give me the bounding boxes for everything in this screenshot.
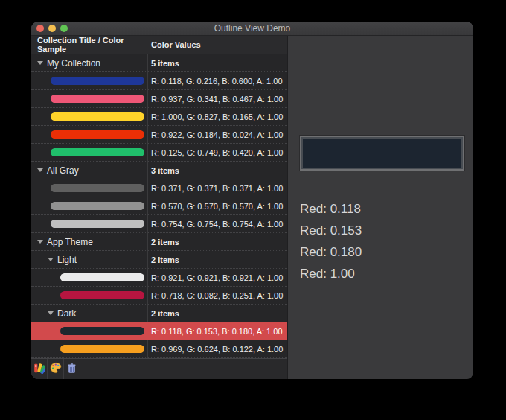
color-values-cell: R: 1.000, G: 0.827, B: 0.165, A: 1.00	[147, 112, 287, 121]
column-header: Collection Title / Color Sample Color Va…	[31, 36, 287, 54]
title-cell	[31, 197, 147, 214]
titlebar[interactable]: Outline View Demo	[31, 22, 473, 36]
outline-group-row[interactable]: Dark2 items	[31, 305, 287, 322]
outline-color-row[interactable]: R: 0.570, G: 0.570, B: 0.570, A: 1.00	[31, 197, 287, 215]
color-values-cell: R: 0.937, G: 0.341, B: 0.467, A: 1.00	[147, 95, 287, 104]
color-values-cell: R: 0.570, G: 0.570, B: 0.570, A: 1.00	[147, 202, 287, 211]
color-swatch-pill	[51, 95, 144, 103]
title-cell	[31, 108, 147, 125]
color-swatch-pill	[51, 184, 144, 192]
title-cell	[31, 179, 147, 197]
title-cell	[31, 269, 147, 286]
color-component-labels: Red: 0.118 Red: 0.153 Red: 0.180 Red: 1.…	[300, 198, 362, 284]
color-swatch-pill	[51, 202, 144, 210]
red-value-label: Red: 0.118	[300, 198, 362, 220]
swatches-icon	[33, 362, 45, 376]
color-swatch-pill	[60, 345, 144, 353]
outline-group-row[interactable]: Light2 items	[31, 251, 287, 269]
outline-color-row[interactable]: R: 0.371, G: 0.371, B: 0.371, A: 1.00	[31, 179, 287, 197]
outline-group-row[interactable]: App Theme2 items	[31, 233, 287, 251]
outline-group-row[interactable]: All Gray3 items	[31, 162, 287, 179]
outline-color-row[interactable]: R: 0.125, G: 0.749, B: 0.420, A: 1.00	[31, 144, 287, 162]
color-values-cell: R: 0.118, G: 0.216, B: 0.600, A: 1.00	[147, 77, 287, 86]
color-swatch-pill	[60, 327, 144, 335]
color-swatch-pill	[51, 220, 144, 228]
title-cell	[31, 144, 147, 161]
color-swatch-pill	[60, 273, 144, 281]
color-values-cell: R: 0.969, G: 0.624, B: 0.122, A: 1.00	[147, 345, 287, 354]
group-label: Light	[57, 255, 77, 265]
color-values-cell: R: 0.754, G: 0.754, B: 0.754, A: 1.00	[147, 220, 287, 229]
outline-color-row[interactable]: R: 0.922, G: 0.184, B: 0.024, A: 1.00	[31, 126, 287, 144]
color-values-cell: R: 0.921, G: 0.921, B: 0.921, A: 1.00	[147, 273, 287, 282]
title-cell: Light	[31, 251, 147, 268]
palette-icon	[50, 362, 62, 376]
bottom-toolbar	[31, 358, 287, 379]
title-cell: Dark	[31, 305, 147, 322]
outline-color-row[interactable]: R: 0.718, G: 0.082, B: 0.251, A: 1.00	[31, 287, 287, 305]
disclosure-triangle-icon[interactable]	[37, 61, 43, 65]
outline-rows: My Collection5 itemsR: 0.118, G: 0.216, …	[31, 54, 287, 358]
title-cell	[31, 126, 147, 143]
outline-color-row[interactable]: R: 0.754, G: 0.754, B: 0.754, A: 1.00	[31, 215, 287, 233]
color-values-cell: R: 0.922, G: 0.184, B: 0.024, A: 1.00	[147, 130, 287, 139]
window-title: Outline View Demo	[31, 22, 473, 35]
color-values-cell: R: 0.118, G: 0.153, B: 0.180, A: 1.00	[147, 327, 287, 336]
outline-color-row[interactable]: R: 0.937, G: 0.341, B: 0.467, A: 1.00	[31, 90, 287, 108]
disclosure-triangle-icon[interactable]	[48, 311, 54, 315]
color-values-cell: R: 0.718, G: 0.082, B: 0.251, A: 1.00	[147, 291, 287, 300]
outline-color-row[interactable]: R: 0.118, G: 0.216, B: 0.600, A: 1.00	[31, 72, 287, 90]
color-swatch-pill	[51, 130, 144, 139]
title-cell	[31, 72, 147, 89]
outline-color-row[interactable]: R: 0.921, G: 0.921, B: 0.921, A: 1.00	[31, 269, 287, 287]
color-swatch-pill	[51, 77, 144, 85]
title-cell	[31, 322, 147, 340]
column-header-values[interactable]: Color Values	[147, 36, 287, 54]
title-cell: App Theme	[31, 233, 147, 250]
disclosure-triangle-icon[interactable]	[48, 258, 54, 261]
disclosure-triangle-icon[interactable]	[37, 240, 43, 244]
title-cell	[31, 287, 147, 304]
title-cell: All Gray	[31, 162, 147, 179]
group-label: All Gray	[47, 165, 79, 176]
color-values-cell: 2 items	[147, 309, 287, 318]
trash-icon	[66, 363, 77, 376]
outline-view-panel: Collection Title / Color Sample Color Va…	[31, 36, 288, 379]
detail-panel: Red: 0.118 Red: 0.153 Red: 0.180 Red: 1.…	[288, 36, 473, 379]
alpha-value-label: Red: 1.00	[300, 263, 362, 284]
blue-value-label: Red: 0.180	[300, 241, 362, 263]
group-label: App Theme	[47, 237, 93, 247]
outline-group-row[interactable]: My Collection5 items	[31, 54, 287, 72]
color-values-cell: 2 items	[147, 238, 287, 246]
add-collection-button[interactable]	[31, 359, 48, 379]
split-view: Collection Title / Color Sample Color Va…	[31, 36, 473, 379]
title-cell	[31, 90, 147, 107]
green-value-label: Red: 0.153	[300, 220, 362, 241]
group-label: My Collection	[47, 58, 100, 69]
window: Outline View Demo Collection Title / Col…	[31, 22, 473, 379]
color-swatch-pill	[51, 112, 144, 121]
delete-item-button[interactable]	[64, 359, 80, 379]
outline-color-row[interactable]: R: 0.118, G: 0.153, B: 0.180, A: 1.00	[31, 322, 287, 340]
title-cell	[31, 340, 147, 357]
add-color-button[interactable]	[48, 359, 64, 379]
title-cell	[31, 215, 147, 232]
color-swatch-pill	[60, 291, 144, 299]
toolbar-spacer	[80, 359, 287, 379]
color-values-cell: R: 0.125, G: 0.749, B: 0.420, A: 1.00	[147, 148, 287, 157]
color-values-cell: 3 items	[147, 166, 287, 175]
color-values-cell: 2 items	[147, 255, 287, 264]
group-label: Dark	[57, 308, 76, 319]
color-well[interactable]	[300, 136, 464, 171]
title-cell: My Collection	[31, 54, 147, 71]
outline-color-row[interactable]: R: 1.000, G: 0.827, B: 0.165, A: 1.00	[31, 108, 287, 126]
outline-color-row[interactable]: R: 0.969, G: 0.624, B: 0.122, A: 1.00	[31, 340, 287, 358]
color-values-cell: 5 items	[147, 59, 287, 68]
column-header-title[interactable]: Collection Title / Color Sample	[31, 36, 147, 54]
disclosure-triangle-icon[interactable]	[37, 168, 43, 172]
color-swatch-pill	[51, 148, 144, 156]
color-values-cell: R: 0.371, G: 0.371, B: 0.371, A: 1.00	[147, 184, 287, 193]
